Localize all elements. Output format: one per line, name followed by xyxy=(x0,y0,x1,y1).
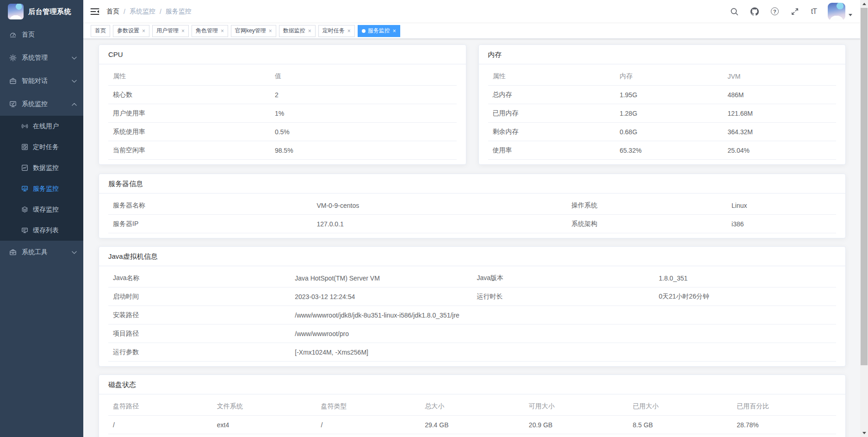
cache-list-icon xyxy=(21,227,28,234)
main-area: 首页 / 系统监控 / 服务监控 ? tT 首页 参数设置 xyxy=(83,0,868,437)
table-cell: 127.0.0.1 xyxy=(312,220,567,228)
table-cell: 启动时间 xyxy=(108,293,290,301)
table-header-cell: 内存 xyxy=(615,72,723,81)
table-cell: ext4 xyxy=(212,421,316,429)
close-icon[interactable]: × xyxy=(269,28,272,34)
close-icon[interactable]: × xyxy=(347,28,351,34)
breadcrumb-system-monitoring: 系统监控 xyxy=(130,7,155,16)
table-cell: /www/wwwroot/pro xyxy=(290,330,836,337)
content: CPU 属性 值 核心数 2 用户使用率 1% xyxy=(83,39,868,437)
table-cell: 2023-03-12 12:24:54 xyxy=(290,293,472,300)
tab-data-monitoring[interactable]: 数据监控 × xyxy=(279,25,316,37)
card-title: 内存 xyxy=(479,45,846,64)
top-cards-row: CPU 属性 值 核心数 2 用户使用率 1% xyxy=(99,44,846,165)
scrollbar[interactable] xyxy=(860,0,868,437)
tab-scheduled-tasks[interactable]: 定时任务 × xyxy=(318,25,355,37)
table-row: 核心数 2 xyxy=(108,86,457,104)
table-cell: 364.32M xyxy=(723,128,836,136)
close-icon[interactable]: × xyxy=(308,28,311,34)
sidebar-item-label: 智能对话 xyxy=(22,77,72,85)
monitor-check-icon xyxy=(9,100,17,108)
table-cell: Linux xyxy=(727,202,836,209)
table-cell: 486M xyxy=(723,91,836,99)
font-size-icon[interactable]: tT xyxy=(811,7,817,16)
search-icon[interactable] xyxy=(730,7,738,16)
avatar[interactable] xyxy=(828,3,845,20)
sidebar-item-online-users[interactable]: 在线用户 xyxy=(0,116,83,137)
table-cell: 总内存 xyxy=(488,91,615,99)
table-row: 项目路径 /www/wwwroot/pro xyxy=(108,325,836,343)
tab-website-key-management[interactable]: 官网key管理 × xyxy=(231,25,276,37)
table-header-cell: 文件系统 xyxy=(212,402,316,411)
tab-label: 服务监控 xyxy=(368,27,390,35)
sidebar-item-system-management[interactable]: 系统管理 xyxy=(0,46,83,69)
table-cell: 0.68G xyxy=(615,128,723,136)
hamburger-icon[interactable] xyxy=(90,7,99,16)
memory-card: 内存 属性 内存 JVM 总内存 1.95G 486M xyxy=(478,44,846,165)
card-title: 服务器信息 xyxy=(99,174,845,194)
table-header-cell: 盘符类型 xyxy=(316,402,420,411)
table-row: 安装路径 /www/wwwroot/jdk8/jdk-8u351-linux-i… xyxy=(108,306,836,325)
table-row: 用户使用率 1% xyxy=(108,104,457,123)
chat-case-icon xyxy=(9,77,17,85)
close-icon[interactable]: × xyxy=(221,28,224,34)
tab-role-management[interactable]: 角色管理 × xyxy=(192,25,228,37)
table-row: Java名称 Java HotSpot(TM) Server VM Java版本… xyxy=(108,269,836,287)
close-icon[interactable]: × xyxy=(142,28,145,34)
sidebar-item-label: 首页 xyxy=(22,31,77,39)
table-cell: 20.9 GB xyxy=(524,421,628,429)
table-cell: 运行时长 xyxy=(472,293,654,301)
table-cell: /www/wwwroot/jdk8/jdk-8u351-linux-i586/j… xyxy=(290,312,836,319)
tab-label: 参数设置 xyxy=(117,27,139,35)
sidebar-item-cache-monitoring[interactable]: 缓存监控 xyxy=(0,199,83,220)
table-cell: 1.8.0_351 xyxy=(654,275,836,282)
table-cell: 服务器名称 xyxy=(108,201,312,210)
breadcrumb: 首页 / 系统监控 / 服务监控 xyxy=(106,7,192,16)
table-cell: Java HotSpot(TM) Server VM xyxy=(290,275,472,282)
table-header-row: 属性 内存 JVM xyxy=(488,67,837,86)
caret-down-icon[interactable] xyxy=(849,14,852,16)
tab-home[interactable]: 首页 xyxy=(91,25,110,37)
close-icon[interactable]: × xyxy=(181,28,185,34)
sidebar-item-service-monitoring[interactable]: 服务监控 xyxy=(0,178,83,199)
sidebar-item-data-monitoring[interactable]: 数据监控 xyxy=(0,157,83,178)
sidebar-item-label: 系统监控 xyxy=(22,100,72,108)
tab-label: 数据监控 xyxy=(283,27,305,35)
table-cell: 安装路径 xyxy=(108,311,290,319)
table-cell: 0.5% xyxy=(270,128,457,136)
close-icon[interactable]: × xyxy=(393,28,396,34)
tab-user-management[interactable]: 用户管理 × xyxy=(152,25,189,37)
tab-service-monitoring[interactable]: 服务监控 × xyxy=(358,25,400,37)
sidebar-submenu-monitoring: 在线用户 定时任务 数据监控 服务监控 缓存监控 xyxy=(0,116,83,241)
gear-icon xyxy=(9,54,17,62)
logo[interactable]: 后台管理系统 xyxy=(0,0,83,23)
sidebar-item-label: 缓存列表 xyxy=(33,226,77,235)
tab-label: 角色管理 xyxy=(196,27,218,35)
scroll-up-button[interactable] xyxy=(860,0,868,8)
sidebar-item-cache-list[interactable]: 缓存列表 xyxy=(0,220,83,241)
sidebar-item-home[interactable]: 首页 xyxy=(0,23,83,46)
table-cell: 1.95G xyxy=(615,91,723,99)
sidebar-item-label: 在线用户 xyxy=(33,122,77,131)
cpu-table: 属性 值 核心数 2 用户使用率 1% 系统使用率 xyxy=(99,64,466,164)
github-icon[interactable] xyxy=(750,7,759,16)
help-icon[interactable]: ? xyxy=(771,7,779,15)
sidebar-item-scheduled-tasks[interactable]: 定时任务 xyxy=(0,137,83,157)
scrollbar-thumb[interactable] xyxy=(861,8,868,365)
sidebar-item-system-monitoring[interactable]: 系统监控 xyxy=(0,93,83,116)
table-header-cell: 属性 xyxy=(108,72,270,81)
table-cell: 剩余内存 xyxy=(488,128,615,136)
table-row: 使用率 65.32% 25.04% xyxy=(488,141,837,160)
fullscreen-icon[interactable] xyxy=(791,7,799,16)
table-cell: i386 xyxy=(727,220,836,228)
tab-param-settings[interactable]: 参数设置 × xyxy=(113,25,149,37)
table-row: 系统使用率 0.5% xyxy=(108,123,457,141)
cpu-card: CPU 属性 值 核心数 2 用户使用率 1% xyxy=(99,44,466,165)
chevron-down-icon xyxy=(72,56,77,60)
breadcrumb-home[interactable]: 首页 xyxy=(106,7,119,16)
scroll-down-button[interactable] xyxy=(860,429,868,437)
sidebar-item-label: 缓存监控 xyxy=(33,206,77,214)
sidebar-item-smart-dialog[interactable]: 智能对话 xyxy=(0,69,83,93)
tab-label: 用户管理 xyxy=(156,27,179,35)
sidebar-item-system-tools[interactable]: 系统工具 xyxy=(0,241,83,264)
